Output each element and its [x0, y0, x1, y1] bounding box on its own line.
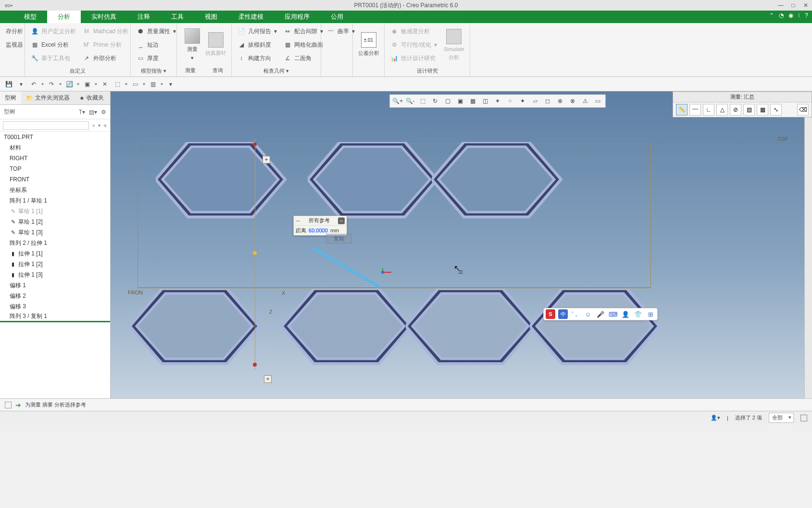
tolerance-button[interactable]: ±.01公差分析 [357, 25, 380, 64]
ime-emoji-icon[interactable]: ☺ [583, 309, 593, 319]
filter-icon[interactable]: ▥ [148, 79, 158, 89]
selection-filter-dropdown[interactable]: 全部 [769, 413, 794, 423]
plus-box-bot[interactable]: + [264, 375, 272, 383]
ime-tools-icon[interactable]: ⊞ [646, 309, 655, 319]
save-icon[interactable]: 💾 [4, 79, 13, 89]
collapse-ribbon-icon[interactable]: ⌃ [769, 12, 774, 19]
qat-dropdown[interactable]: ▾ [16, 79, 26, 89]
measure-type-angle2[interactable]: △ [716, 104, 728, 115]
excel-analysis-button[interactable]: ▦Excel 分析 [29, 38, 78, 51]
mesh-surface-button[interactable]: ▦网格化曲面 [282, 38, 325, 51]
close-button[interactable]: ✕ [800, 0, 812, 11]
tab-folder-browser[interactable]: 📁文件夹浏览器 [21, 91, 75, 104]
redo-icon[interactable]: ↷ [47, 79, 56, 89]
plus-box-top[interactable]: + [262, 156, 270, 164]
distance-value[interactable]: 60.0000 [308, 228, 329, 233]
measure-type-angle[interactable]: ∟ [703, 104, 714, 115]
close-win-icon[interactable]: ✕ [100, 79, 110, 89]
measure-type-area[interactable]: ▧ [743, 104, 755, 115]
tab-flex[interactable]: 柔性建模 [228, 11, 274, 23]
tree-node-extrude1-3[interactable]: ▮拉伸 1 [3] [0, 269, 110, 280]
maximize-button[interactable]: □ [787, 0, 800, 11]
tree-node-pattern2[interactable]: 阵列 2 / 拉伸 1 [0, 238, 110, 248]
mass-props-button[interactable]: ⬢质量属性 ▾ [135, 25, 178, 38]
ribbon-help-icon[interactable]: ? [805, 12, 808, 19]
snap-icon[interactable]: ⊗ [567, 96, 578, 106]
tree-node-top[interactable]: TOP [0, 164, 110, 174]
graphics-viewport[interactable]: 🔍+ 🔍- ⬚ ↻ ▢ ▣ ▦ ◫ ✶ ⁘ ✦ ▱ ◻ ⊕ ⊗ ⚠ ▭ [111, 91, 804, 398]
tab-file[interactable] [0, 11, 13, 23]
ribbon-icon-1[interactable]: ◔ [779, 12, 784, 19]
simulate-button[interactable]: Simulate分析 [442, 25, 466, 64]
measure-type-diameter[interactable]: ⊘ [730, 104, 741, 115]
measure-summary-panel[interactable]: 测量: 汇总 📏 〰 ∟ △ ⊘ ▧ ▦ ⤡ ⌫ [673, 91, 812, 117]
tree-node-extrude1-1[interactable]: ▮拉伸 1 [1] [0, 248, 110, 259]
prime-button[interactable]: M'Prime 分析 [81, 38, 130, 51]
feasibility-button[interactable]: ⚙可行性/优化 ▾ [388, 38, 439, 51]
short-edge-button[interactable]: ⎯短边 [135, 38, 178, 51]
geom-report-button[interactable]: 📄几何报告 ▾ [236, 25, 279, 38]
sim-probe-button[interactable]: 仿真探针 [204, 25, 228, 64]
spin-icon[interactable]: ↻ [429, 96, 441, 106]
view-icon[interactable]: ▭ [130, 79, 140, 89]
measure-type-distance[interactable]: 📏 [676, 104, 687, 115]
clearance-button[interactable]: ⇔配合间隙 ▾ [282, 25, 325, 38]
external-analysis-button[interactable]: ↗外部分析 [81, 52, 130, 64]
tab-common[interactable]: 公用 [320, 11, 354, 23]
tree-node-front[interactable]: FRONT [0, 174, 110, 185]
toolkit-button[interactable]: 🔧基于工具包 [29, 52, 78, 64]
tree-node-sketch1-2[interactable]: ✎草绘 1 [2] [0, 216, 110, 227]
ime-keyboard-icon[interactable]: ⌨ [608, 309, 618, 319]
ribbon-settings-icon[interactable]: ⁝ [798, 12, 800, 19]
last-icon[interactable]: ▭ [592, 96, 603, 106]
status-checkbox[interactable] [5, 402, 12, 408]
spin-center-icon[interactable]: ⊕ [554, 96, 566, 106]
tree-tool-3[interactable]: ⚙ [101, 109, 106, 115]
tree-node-offset1[interactable]: 偏移 1 [0, 280, 110, 291]
tab-annotate[interactable]: 注释 [127, 11, 161, 23]
datum-axis-icon[interactable]: ✶ [492, 96, 503, 106]
tree-tool-1[interactable]: T▾ [79, 109, 85, 115]
thickness-button[interactable]: ▭厚度 [135, 52, 178, 64]
tab-view[interactable]: 视图 [194, 11, 228, 23]
datum-point-icon[interactable]: ⁘ [504, 96, 516, 106]
display-style-icon[interactable]: ▢ [442, 96, 453, 106]
zoom-in-icon[interactable]: 🔍+ [392, 96, 403, 106]
tab-app[interactable]: 应用程序 [274, 11, 320, 23]
measure-button[interactable]: 测量▾ [181, 25, 204, 64]
stat-design-button[interactable]: 📊统计设计研究 [388, 52, 439, 64]
refit-icon[interactable]: ⬚ [417, 96, 428, 106]
tree-search-dropdown[interactable]: ▾ [98, 123, 100, 128]
windows-icon[interactable]: ▣ [82, 79, 92, 89]
tree-node-offset2[interactable]: 偏移 2 [0, 291, 110, 301]
monitor-button[interactable]: 监视器 [4, 38, 25, 51]
tab-realtime-sim[interactable]: 实时仿真 [81, 11, 127, 23]
ime-mic-icon[interactable]: 🎤 [596, 309, 605, 319]
tree-node-pattern1[interactable]: 阵列 1 / 草绘 1 [0, 195, 110, 206]
warn-icon[interactable]: ⚠ [579, 96, 591, 106]
smart-select-icon[interactable]: 👤▾ [711, 415, 720, 421]
mathcad-button[interactable]: MMathcad 分析 [81, 25, 130, 38]
ime-skin-icon[interactable]: 👕 [633, 309, 643, 319]
status-geom-icon[interactable] [800, 415, 807, 421]
tree-node-sketch1-1[interactable]: ✎草绘 1 [1] [0, 206, 110, 216]
measure-type-transform[interactable]: ⤡ [770, 104, 782, 115]
tree-node-extrude1-2[interactable]: ▮拉伸 1 [2] [0, 259, 110, 269]
tab-tools[interactable]: 工具 [161, 11, 194, 23]
datum-csys-icon[interactable]: ✦ [517, 96, 528, 106]
tab-model[interactable]: 模型 [13, 11, 47, 23]
build-dir-button[interactable]: ↕构建方向 [236, 52, 279, 64]
annotation-icon[interactable]: ◻ [542, 96, 553, 106]
save-analysis-button[interactable]: 存分析 [4, 25, 25, 38]
undo-icon[interactable]: ↶ [29, 79, 38, 89]
regen-icon[interactable]: 🔄 [64, 79, 74, 89]
view-mgr-icon[interactable]: ▦ [467, 96, 478, 106]
tab-analysis[interactable]: 分析 [47, 11, 81, 23]
draft-angle-button[interactable]: ◢拔模斜度 [236, 38, 279, 51]
tree-node-right[interactable]: RIGHT [0, 153, 110, 164]
tree-node-offset3[interactable]: 偏移 3 [0, 301, 110, 312]
curvature-button[interactable]: 〰曲率 ▾ [325, 25, 357, 38]
tree-node-sketch1-3[interactable]: ✎草绘 1 [3] [0, 227, 110, 238]
tree-root[interactable]: T0001.PRT [0, 132, 110, 142]
ribbon-icon-2[interactable]: ◉ [788, 12, 793, 19]
